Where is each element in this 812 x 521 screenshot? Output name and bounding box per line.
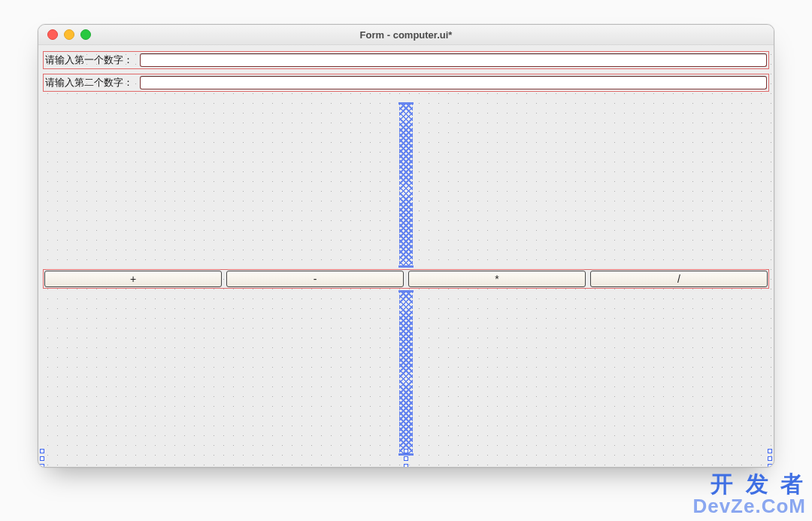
subtract-label: - bbox=[314, 273, 317, 285]
multiply-label: * bbox=[495, 273, 498, 285]
zoom-icon[interactable] bbox=[80, 29, 91, 40]
vertical-spacer-bottom[interactable] bbox=[399, 290, 413, 456]
add-button[interactable]: + bbox=[44, 271, 222, 287]
label-number-2: 请输入第二个数字： bbox=[44, 74, 140, 91]
watermark: 开 发 者 DevZe.CoM bbox=[692, 472, 806, 516]
selection-handle[interactable] bbox=[404, 464, 408, 468]
vertical-spacer-top[interactable] bbox=[399, 102, 413, 268]
watermark-line-1: 开 发 者 bbox=[692, 472, 806, 496]
input-row-2[interactable]: 请输入第二个数字： bbox=[43, 74, 769, 92]
multiply-button[interactable]: * bbox=[408, 271, 586, 287]
selection-handle[interactable] bbox=[768, 456, 772, 461]
input-number-2[interactable] bbox=[140, 76, 767, 89]
watermark-line-2: DevZe.CoM bbox=[692, 496, 806, 516]
selection-handle[interactable] bbox=[40, 464, 44, 468]
add-label: + bbox=[130, 273, 136, 285]
subtract-button[interactable]: - bbox=[226, 271, 404, 287]
selection-handle[interactable] bbox=[768, 464, 772, 468]
form-canvas[interactable]: 请输入第一个数字： 请输入第二个数字： + - * / bbox=[38, 45, 774, 467]
window-title: Form - computer.ui* bbox=[38, 29, 774, 41]
close-icon[interactable] bbox=[47, 29, 58, 40]
selection-handle[interactable] bbox=[768, 449, 772, 453]
designer-window: Form - computer.ui* 请输入第一个数字： 请输入第二个数字： … bbox=[38, 24, 774, 468]
selection-handle[interactable] bbox=[404, 449, 408, 453]
label-number-1: 请输入第一个数字： bbox=[44, 52, 140, 68]
input-row-1[interactable]: 请输入第一个数字： bbox=[43, 51, 769, 69]
selection-handle[interactable] bbox=[40, 456, 44, 461]
selection-handle[interactable] bbox=[404, 456, 408, 461]
selection-handle[interactable] bbox=[40, 449, 44, 453]
titlebar: Form - computer.ui* bbox=[38, 25, 774, 45]
divide-label: / bbox=[677, 273, 680, 285]
input-number-1[interactable] bbox=[140, 53, 767, 67]
minimize-icon[interactable] bbox=[64, 29, 74, 40]
divide-button[interactable]: / bbox=[590, 271, 768, 287]
traffic-lights bbox=[38, 29, 91, 40]
operator-button-row[interactable]: + - * / bbox=[43, 269, 769, 289]
